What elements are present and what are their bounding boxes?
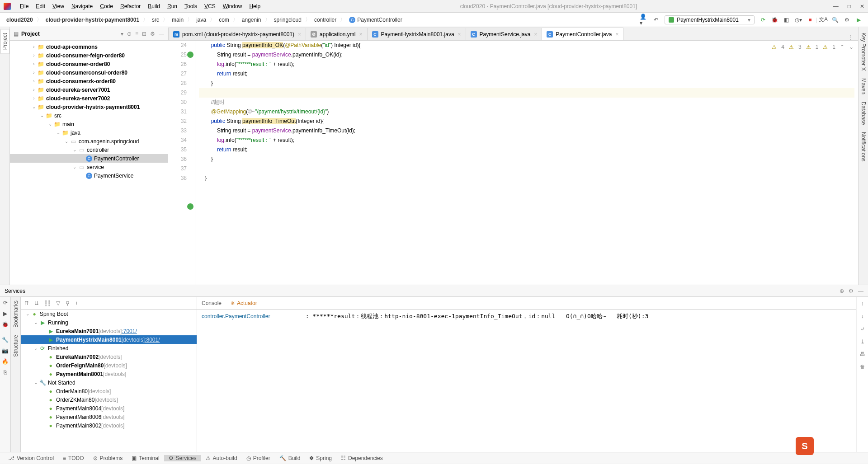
breadcrumb-0[interactable]: cloud2020: [4, 17, 36, 23]
menu-file[interactable]: File: [16, 1, 32, 11]
run-configuration-dropdown[interactable]: PaymentHystrixMain8001 ▾: [665, 15, 755, 24]
tree-node[interactable]: CPaymentController: [10, 154, 168, 163]
bottom-tool-problems[interactable]: ⊘Problems: [89, 455, 127, 461]
next-highlight-icon[interactable]: ⌄: [849, 42, 854, 52]
structure-tab[interactable]: Structure: [12, 331, 20, 361]
translate-icon[interactable]: 文A: [819, 15, 828, 24]
camera-icon[interactable]: 📷: [2, 348, 9, 354]
print-icon[interactable]: 🖶: [860, 351, 865, 357]
notifications-tab[interactable]: Notifications: [859, 128, 868, 165]
collapse-all-icon[interactable]: ⊟: [142, 31, 146, 37]
expand-all-icon[interactable]: ≡: [135, 31, 138, 37]
add-icon[interactable]: +: [75, 300, 78, 306]
service-node[interactable]: ⌄●Spring Boot: [21, 310, 197, 318]
editor-tab[interactable]: CPaymentService.java×: [466, 28, 542, 40]
editor-tab[interactable]: ⚙application.yml×: [306, 28, 367, 40]
editor-tab[interactable]: mpom.xml (cloud-provider-hystrix-payment…: [168, 28, 306, 40]
hide-panel-icon[interactable]: —: [159, 31, 164, 37]
more-tabs-icon[interactable]: ⋮: [844, 34, 858, 40]
bottom-tool-profiler[interactable]: ◷Profiler: [242, 455, 275, 461]
tree-node[interactable]: ›📁cloud-consumer-order80: [10, 60, 168, 68]
flame-icon[interactable]: 🔥: [2, 358, 9, 365]
view-icon[interactable]: ⚲: [66, 300, 70, 306]
profile-icon[interactable]: ◷▾: [794, 15, 803, 24]
service-node[interactable]: ⌄▶Running: [21, 318, 197, 327]
close-tab-icon[interactable]: ×: [534, 31, 537, 38]
service-node[interactable]: ●PaymentMain8004 [devtools]: [21, 404, 197, 413]
expand-icon[interactable]: ⇈: [24, 300, 29, 306]
breadcrumb-6[interactable]: angenin: [239, 17, 264, 23]
service-node[interactable]: ●PaymentMain8006 [devtools]: [21, 413, 197, 421]
breadcrumb-3[interactable]: main: [169, 17, 186, 23]
service-node[interactable]: ●EurekaMain7002 [devtools]: [21, 352, 197, 361]
back-arrow-icon[interactable]: ↶: [651, 15, 660, 24]
chevron-down-icon[interactable]: ▾: [121, 31, 123, 37]
coverage-icon[interactable]: ◧: [782, 15, 791, 24]
editor-tab[interactable]: CPaymentController.java×: [542, 28, 623, 40]
tree-node[interactable]: ›📁cloud-eureka-server7002: [10, 94, 168, 103]
maximize-button[interactable]: □: [848, 3, 851, 9]
actuator-tab[interactable]: ✵Actuator: [231, 300, 257, 306]
service-node[interactable]: ●PaymentMain8001 [devtools]: [21, 370, 197, 378]
breadcrumb-5[interactable]: com: [216, 17, 232, 23]
menu-window[interactable]: Window: [219, 1, 246, 11]
bookmarks-tab[interactable]: Bookmarks: [12, 297, 20, 331]
console-tab[interactable]: Console: [202, 300, 222, 306]
tree-node[interactable]: ⌄📁cloud-provider-hystrix-payment8001: [10, 103, 168, 111]
add-service-icon[interactable]: ⊕: [840, 288, 844, 294]
code-editor[interactable]: 242526272829303132333435363738 public St…: [168, 41, 858, 285]
bottom-tool-services[interactable]: ⚙Services: [164, 455, 201, 461]
tree-node[interactable]: ›📁cloud-consumerconsul-order80: [10, 68, 168, 77]
breadcrumb-4[interactable]: java: [193, 17, 209, 23]
tree-node[interactable]: ›📁cloud-eureka-server7001: [10, 85, 168, 94]
close-tab-icon[interactable]: ×: [458, 31, 461, 38]
editor-tab[interactable]: CPaymentHystrixMain8001.java×: [367, 28, 466, 40]
project-tool-tab[interactable]: Project: [0, 29, 9, 54]
bottom-tool-spring[interactable]: ✽Spring: [305, 455, 336, 461]
down-arrow-icon[interactable]: ↓: [861, 313, 864, 319]
select-opened-icon[interactable]: ⊙: [127, 31, 132, 37]
menu-vcs[interactable]: VCS: [201, 1, 219, 11]
database-tab[interactable]: Database: [859, 98, 868, 128]
hide-panel-icon[interactable]: —: [858, 288, 863, 294]
menu-edit[interactable]: Edit: [32, 1, 49, 11]
filter-icon[interactable]: ▽: [56, 300, 60, 306]
breadcrumb-2[interactable]: src: [149, 17, 162, 23]
menu-view[interactable]: View: [49, 1, 68, 11]
breadcrumb-8[interactable]: controller: [311, 17, 339, 23]
close-tab-icon[interactable]: ×: [615, 31, 618, 38]
minimize-button[interactable]: —: [833, 3, 839, 9]
gear-icon[interactable]: ⚙: [849, 288, 854, 294]
close-tab-icon[interactable]: ×: [298, 31, 301, 38]
tree-node[interactable]: ⌄📁main: [10, 120, 168, 128]
run-icon[interactable]: ▶: [3, 310, 7, 317]
service-node[interactable]: ●OrderFeignMain80 [devtools]: [21, 361, 197, 370]
service-node[interactable]: ●OrderZKMain80 [devtools]: [21, 395, 197, 404]
console-output[interactable]: controller.PaymentController : ******res…: [197, 310, 856, 452]
tree-node[interactable]: ⌄▭controller: [10, 146, 168, 154]
breadcrumb-1[interactable]: cloud-provider-hystrix-payment8001: [43, 17, 142, 23]
service-node[interactable]: ●PaymentMain8002 [devtools]: [21, 421, 197, 430]
menu-tools[interactable]: Tools: [181, 1, 201, 11]
gear-icon[interactable]: ⚙: [150, 31, 155, 37]
exit-icon[interactable]: ⎘: [4, 369, 7, 376]
key-promoter-tab[interactable]: Key Promoter X: [859, 29, 868, 75]
refresh-icon[interactable]: ⟳: [759, 15, 768, 24]
tree-node[interactable]: ⌄▭com.angenin.springcloud: [10, 137, 168, 146]
wrench-icon[interactable]: 🔧: [2, 337, 9, 343]
bottom-tool-version-control[interactable]: ⎇Version Control: [4, 455, 58, 461]
menu-help[interactable]: Help: [245, 1, 264, 11]
tree-node[interactable]: ›📁cloud-consumerzk-order80: [10, 77, 168, 85]
service-node[interactable]: ●OrderMain80 [devtools]: [21, 387, 197, 395]
service-node[interactable]: ▶EurekaMain7001 [devtools] :7001/: [21, 327, 197, 335]
inspections-indicator[interactable]: ⚠4 ⚠3 ⚠1 ⚠1 ⌃ ⌄: [772, 42, 854, 52]
service-node[interactable]: ⌄⟳Finished: [21, 344, 197, 352]
stop-icon[interactable]: ■: [806, 15, 815, 24]
bottom-tool-build[interactable]: 🔨Build: [275, 455, 305, 461]
scroll-end-icon[interactable]: ⤓: [860, 338, 865, 345]
bottom-tool-terminal[interactable]: ▣Terminal: [127, 455, 164, 461]
service-node[interactable]: ⌄🔧Not Started: [21, 378, 197, 387]
menu-build[interactable]: Build: [144, 1, 164, 11]
settings-icon[interactable]: ⚙: [842, 15, 851, 24]
tree-node[interactable]: ⌄📁src: [10, 111, 168, 120]
